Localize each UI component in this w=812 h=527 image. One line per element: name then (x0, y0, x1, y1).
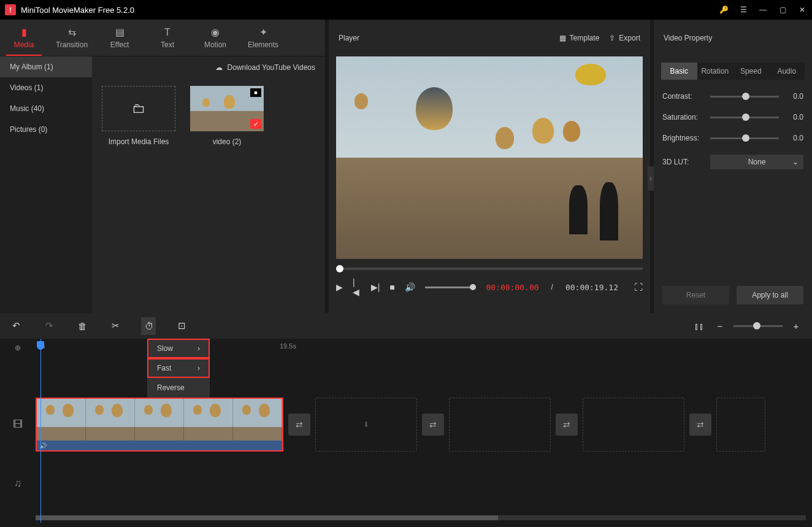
saturation-slider[interactable] (710, 117, 779, 118)
brightness-value: 0.0 (785, 134, 803, 142)
contrast-value: 0.0 (785, 92, 803, 101)
tab-label: Motion (204, 40, 226, 49)
tab-elements[interactable]: ✦ Elements (239, 20, 287, 56)
contrast-slider[interactable] (710, 96, 779, 98)
time-total: 00:00:19.12 (565, 283, 618, 292)
apply-all-button[interactable]: Apply to all (737, 286, 803, 304)
check-icon: ✓ (250, 119, 261, 129)
export-icon: ⇪ (609, 34, 615, 42)
video-type-icon: ■ (250, 88, 261, 97)
import-media-button[interactable]: 🗀 (102, 86, 175, 131)
add-track-button[interactable]: ⊕ (0, 339, 36, 357)
crop-button[interactable]: ⊡ (174, 320, 189, 331)
license-key-icon[interactable]: 🔑 (719, 5, 729, 15)
empty-clip-slot[interactable] (449, 398, 551, 452)
empty-clip-slot[interactable]: ⬇ (315, 398, 417, 452)
speed-button[interactable]: ⏱ (141, 317, 156, 335)
app-logo-icon: ! (5, 4, 16, 15)
brightness-slider[interactable] (710, 137, 779, 139)
player-panel: Player ▦ Template ⇪ Export ▶ |◀ ▶| ■ 🔊 (329, 20, 650, 313)
download-youtube-link[interactable]: Download YouTube Videos (228, 63, 315, 72)
tab-label: Elements (248, 40, 278, 49)
sidebar-item-album[interactable]: My Album (1) (0, 56, 92, 77)
volume-icon[interactable]: 🔊 (405, 282, 415, 292)
speed-slow-item[interactable]: Slow› (147, 339, 210, 358)
speed-reverse-item[interactable]: Reverse (147, 378, 210, 398)
prop-tab-rotation[interactable]: Rotation (697, 63, 733, 80)
reset-button[interactable]: Reset (662, 286, 729, 304)
minimize-icon[interactable]: — (758, 5, 768, 15)
undo-button[interactable]: ↶ (9, 320, 23, 331)
empty-clip-slot[interactable] (716, 398, 765, 452)
tab-effect[interactable]: ▤ Effect (96, 20, 144, 56)
transition-slot[interactable]: ⇄ (422, 414, 444, 436)
tab-text[interactable]: T Text (144, 20, 191, 56)
motion-icon: ◉ (211, 26, 220, 38)
tab-motion[interactable]: ◉ Motion (191, 20, 239, 56)
next-frame-button[interactable]: ▶| (371, 282, 380, 292)
prev-frame-button[interactable]: |◀ (353, 277, 361, 297)
timeline-scrollbar[interactable] (36, 515, 806, 520)
collapse-panel-button[interactable]: › (648, 166, 654, 191)
lut-dropdown[interactable]: None (710, 155, 803, 169)
zoom-in-button[interactable]: + (789, 321, 803, 331)
download-icon: ☁ (215, 63, 223, 72)
lut-label: 3D LUT: (662, 158, 704, 166)
elements-icon: ✦ (259, 26, 267, 38)
redo-button[interactable]: ↷ (42, 320, 56, 331)
prop-tab-basic[interactable]: Basic (661, 63, 697, 80)
prop-tab-speed[interactable]: Speed (733, 63, 769, 80)
tab-label: Effect (110, 40, 129, 49)
time-separator: / (551, 283, 553, 291)
stop-button[interactable]: ■ (389, 282, 394, 292)
media-categories: My Album (1) Videos (1) Music (40) Pictu… (0, 56, 92, 313)
video-clip[interactable]: 🔊 (36, 398, 283, 452)
fullscreen-button[interactable]: ⛶ (634, 282, 643, 292)
zoom-slider[interactable] (733, 325, 783, 327)
audio-track-icon: ♫ (0, 454, 36, 513)
fit-zoom-button[interactable]: ⫿⫿ (692, 321, 707, 331)
scrubber[interactable] (336, 267, 643, 270)
app-title: MiniTool MovieMaker Free 5.2.0 (21, 6, 719, 15)
tab-transition[interactable]: ⇆ Transition (48, 20, 96, 56)
sidebar-item-music[interactable]: Music (40) (0, 98, 92, 119)
video-track[interactable]: 🔊 ⇄ ⬇ ⇄ ⇄ ⇄ (36, 395, 812, 454)
import-label: Import Media Files (109, 137, 169, 146)
template-button[interactable]: ▦ Template (559, 34, 600, 42)
menu-icon[interactable]: ☰ (738, 5, 748, 15)
transition-slot[interactable]: ⇄ (556, 414, 578, 436)
transition-icon: ⇆ (68, 26, 76, 38)
folder-icon: ▮ (21, 26, 27, 38)
props-title: Video Property (664, 34, 712, 42)
export-button[interactable]: ⇪ Export (609, 34, 640, 42)
transition-slot[interactable]: ⇄ (288, 414, 310, 436)
tab-media[interactable]: ▮ Media (0, 20, 48, 56)
audio-track[interactable] (36, 454, 812, 513)
tab-label: Transition (56, 40, 88, 49)
zoom-out-button[interactable]: − (713, 321, 727, 331)
thumbnail-label: video (2) (213, 137, 242, 146)
prop-tab-audio[interactable]: Audio (769, 63, 805, 80)
tool-tabs: ▮ Media ⇆ Transition ▤ Effect T Text ◉ M… (0, 20, 325, 56)
speed-fast-item[interactable]: Fast› (147, 358, 210, 378)
playhead[interactable] (40, 339, 41, 523)
video-track-icon: 🎞 (0, 395, 36, 454)
delete-button[interactable]: 🗑 (75, 321, 90, 331)
media-thumbnail[interactable]: ■ ✓ (190, 86, 264, 131)
time-current: 00:00:00.00 (486, 283, 538, 292)
split-button[interactable]: ✂ (108, 320, 123, 331)
ruler-tick: 19.5s (280, 342, 296, 350)
transition-slot[interactable]: ⇄ (689, 414, 711, 436)
timeline: ↶ ↷ 🗑 ✂ ⏱ ⊡ ⫿⫿ − + Slow› Fast› Reverse ⊕ (0, 313, 812, 527)
video-preview[interactable] (336, 56, 643, 259)
sidebar-item-pictures[interactable]: Pictures (0) (0, 119, 92, 140)
sidebar-item-videos[interactable]: Videos (1) (0, 77, 92, 98)
text-icon: T (164, 27, 170, 38)
effect-icon: ▤ (115, 26, 124, 38)
maximize-icon[interactable]: ▢ (778, 5, 787, 15)
close-icon[interactable]: ✕ (797, 5, 807, 15)
empty-clip-slot[interactable] (583, 398, 684, 452)
play-button[interactable]: ▶ (336, 282, 343, 292)
volume-slider[interactable] (425, 287, 477, 288)
saturation-value: 0.0 (785, 113, 803, 121)
